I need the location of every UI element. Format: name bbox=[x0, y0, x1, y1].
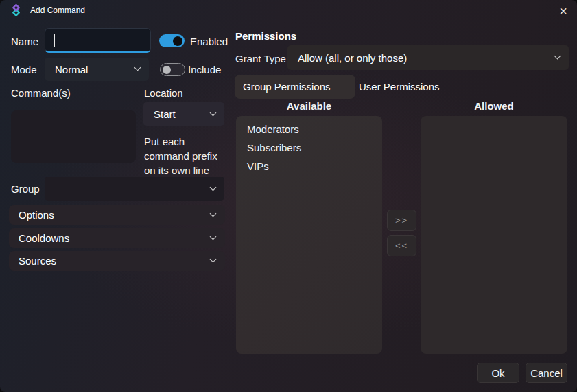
available-list-item[interactable]: Subscribers bbox=[236, 138, 382, 157]
chevron-down-icon bbox=[554, 53, 561, 60]
toggle-knob bbox=[173, 36, 182, 46]
include-toggle[interactable] bbox=[160, 63, 185, 76]
enabled-label: Enabled bbox=[190, 36, 228, 48]
cancel-button[interactable]: Cancel bbox=[526, 363, 567, 383]
available-listbox[interactable]: ModeratorsSubscribersVIPs bbox=[236, 116, 382, 354]
available-header: Available bbox=[236, 100, 382, 112]
available-list-item[interactable]: VIPs bbox=[236, 157, 382, 175]
grant-type-label: Grant Type bbox=[235, 53, 286, 65]
commands-textarea[interactable] bbox=[11, 110, 136, 163]
chevron-down-icon bbox=[210, 256, 217, 262]
chevron-down-icon bbox=[210, 184, 217, 191]
chevron-down-icon bbox=[210, 109, 217, 116]
grant-type-select[interactable]: Allow (all, or only those) bbox=[287, 45, 569, 70]
mode-select[interactable]: Normal bbox=[45, 58, 149, 81]
location-label: Location bbox=[144, 87, 183, 99]
allowed-listbox[interactable] bbox=[421, 116, 567, 354]
chevron-down-icon bbox=[210, 233, 217, 240]
enabled-toggle[interactable] bbox=[159, 34, 185, 47]
expander-options[interactable]: Options bbox=[9, 205, 225, 225]
expander-label: Options bbox=[19, 209, 54, 221]
expander-label: Sources bbox=[19, 255, 56, 267]
tab-label: User Permissions bbox=[359, 81, 440, 93]
commands-hint-text: Put each command prefix on its own line bbox=[144, 134, 229, 177]
available-list-item[interactable]: Moderators bbox=[236, 120, 382, 138]
group-select[interactable] bbox=[45, 177, 224, 201]
expander-label: Cooldowns bbox=[19, 232, 69, 244]
ok-button[interactable]: Ok bbox=[477, 363, 519, 383]
window-title: Add Command bbox=[30, 5, 85, 15]
text-caret bbox=[54, 34, 55, 47]
toggle-knob bbox=[163, 66, 171, 74]
expander-cooldowns[interactable]: Cooldowns bbox=[9, 228, 225, 248]
commands-label: Command(s) bbox=[11, 87, 71, 99]
add-command-dialog: Add Command × Name Enabled Mode Normal I… bbox=[0, 0, 577, 392]
close-icon[interactable]: × bbox=[552, 1, 575, 21]
name-input[interactable] bbox=[45, 28, 151, 53]
move-right-button[interactable]: >> bbox=[387, 210, 416, 231]
chevron-down-icon bbox=[210, 210, 217, 217]
allowed-header: Allowed bbox=[421, 100, 567, 112]
move-left-button[interactable]: << bbox=[387, 235, 416, 256]
location-select[interactable]: Start bbox=[143, 102, 224, 126]
chevron-down-icon bbox=[134, 64, 141, 71]
tab-user-permissions[interactable]: User Permissions bbox=[354, 75, 450, 99]
tab-group-permissions[interactable]: Group Permissions bbox=[235, 75, 355, 99]
name-label: Name bbox=[11, 36, 38, 48]
permissions-header: Permissions bbox=[235, 30, 296, 42]
location-select-value: Start bbox=[154, 108, 176, 120]
include-label: Include bbox=[188, 64, 221, 76]
mode-select-value: Normal bbox=[55, 64, 88, 75]
tab-label: Group Permissions bbox=[243, 81, 331, 93]
grant-type-select-value: Allow (all, or only those) bbox=[298, 52, 407, 64]
app-logo-icon bbox=[12, 4, 21, 19]
group-label: Group bbox=[11, 183, 40, 195]
expander-sources[interactable]: Sources bbox=[9, 251, 225, 271]
mode-label: Mode bbox=[11, 64, 37, 76]
